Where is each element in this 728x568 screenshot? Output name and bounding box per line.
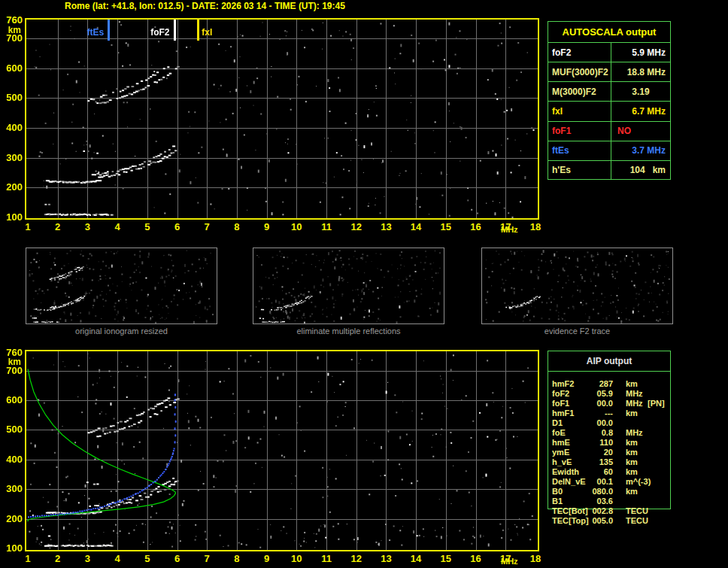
aip-row-value: 05.9 [569, 389, 613, 399]
row-label: fxI [548, 102, 611, 120]
x-tick-label: 3 [79, 221, 96, 232]
aip-row-value: 005.0 [569, 516, 613, 526]
y-tick-label: 500 [0, 93, 23, 103]
autoscala-row: foF1NO [548, 121, 670, 141]
aip-row: foF205.9MHz [548, 389, 670, 399]
row-value: 3.19 [611, 82, 670, 101]
aip-row: DelN_vE00.1m^(-3) [548, 477, 670, 487]
x-tick-label: 15 [438, 553, 454, 564]
x-tick-label: 15 [438, 221, 454, 232]
aip-row: B0080.0km [548, 487, 670, 497]
autoscala-table-header: AUTOSCALA output [548, 22, 670, 43]
x-tick-label: 9 [259, 221, 275, 232]
panel-original-canvas [26, 248, 217, 323]
aip-row-value: 00.0 [569, 418, 613, 428]
y-tick-label: 500 [0, 424, 23, 435]
x-tick-label: 18 [527, 553, 544, 564]
aip-row-value: --- [569, 409, 613, 418]
row-label: M(3000)F2 [548, 82, 611, 101]
row-value: NO [611, 122, 670, 141]
aip-row: B103.6 [548, 497, 670, 506]
x-tick-label: 4 [109, 553, 126, 564]
x-tick-label: 4 [109, 221, 126, 232]
aip-row-unit: MHz [626, 428, 643, 438]
aip-row: Ewidth60km [548, 467, 670, 477]
x-tick-label: 10 [288, 553, 305, 564]
row-label: MUF(3000)F2 [548, 62, 611, 81]
y-tick-label: 200 [0, 514, 23, 524]
marker-line-foF2 [174, 20, 176, 41]
autoscala-row: foF25.9 MHz [548, 43, 670, 62]
aip-row: ymE20km [548, 448, 670, 457]
x-tick-label: 12 [348, 221, 365, 232]
panel-eliminate-canvas [253, 248, 444, 323]
aip-row-unit: TECU [626, 506, 648, 516]
row-label: ftEs [548, 141, 611, 160]
aip-row: foF100.0MHz[PN] [548, 399, 670, 409]
aip-row-unit: m^(-3) [626, 477, 651, 487]
ionogram-bottom-plot [25, 350, 539, 551]
panel-original-ionogram [26, 248, 217, 324]
aip-row-unit: km [626, 438, 638, 448]
row-value: 104 km [611, 161, 670, 180]
aip-row-unit: MHz [626, 389, 643, 399]
aip-row-value: 002.8 [569, 506, 613, 516]
y-tick-label: 400 [0, 454, 23, 465]
x-tick-label: 16 [468, 553, 484, 564]
aip-table: AIP output hmF2287kmfoF205.9MHzfoF100.0M… [548, 351, 671, 509]
autoscala-table-rows: foF25.9 MHzMUF(3000)F218.8 MHzM(3000)F23… [548, 43, 670, 180]
y-tick-label: 600 [0, 395, 23, 405]
autoscala-row: MUF(3000)F218.8 MHz [548, 62, 670, 81]
x-tick-label: 16 [468, 221, 484, 232]
autoscala-row: h'Es104 km [548, 160, 670, 180]
marker-line-fxI [197, 20, 199, 41]
x-tick-label: 7 [199, 221, 215, 232]
aip-row: TEC[Bot]002.8TECU [548, 506, 670, 516]
aip-row-value: 00.1 [569, 477, 613, 487]
aip-row-unit: km [626, 448, 638, 457]
panel-caption: evidence F2 trace [481, 327, 673, 336]
x-tick-label: 6 [169, 221, 186, 232]
aip-row: hmF2287km [548, 379, 670, 389]
x-tick-label: 2 [50, 553, 66, 564]
aip-row: hmE110km [548, 438, 670, 448]
y-tick-label: 760 [0, 15, 23, 26]
aip-table-header: AIP output [548, 351, 670, 372]
x-tick-label: 10 [288, 221, 305, 232]
aip-row-unit: km [626, 467, 638, 477]
x-tick-label: 2 [50, 221, 66, 232]
x-tick-label: 11 [318, 221, 335, 232]
aip-row-value: 00.0 [569, 399, 613, 409]
marker-label-foF2: foF2 [143, 27, 170, 38]
y-tick-label: 300 [0, 484, 23, 494]
panel-caption: original ionogram resized [26, 327, 217, 336]
row-value: 6.7 MHz [611, 102, 670, 120]
autoscala-table: AUTOSCALA output foF25.9 MHzMUF(3000)F21… [548, 21, 671, 180]
aip-row-label: hmE [552, 438, 570, 448]
x-tick-label: 14 [408, 221, 424, 232]
y-tick-label: 100 [0, 543, 23, 554]
x-axis-unit-label: MHz [501, 225, 518, 234]
aip-row-value: 0.8 [569, 428, 613, 438]
marker-label-fxI: fxI [202, 27, 212, 38]
aip-row-label: ymE [552, 448, 569, 457]
autoscala-row: M(3000)F23.19 [548, 81, 670, 101]
y-tick-label: 400 [0, 123, 23, 133]
autoscala-row: ftEs3.7 MHz [548, 141, 670, 160]
x-tick-label: 1 [20, 553, 36, 564]
x-tick-label: 7 [199, 553, 215, 564]
panel-caption: eliminate multiple reflections [253, 327, 444, 336]
row-value: 5.9 MHz [611, 43, 670, 62]
aip-row: D100.0 [548, 418, 670, 428]
y-axis-unit-label: km [0, 357, 21, 367]
y-tick-label: 300 [0, 153, 23, 163]
ionogram-bottom-canvas [26, 351, 538, 550]
autoscala-row: fxI6.7 MHz [548, 101, 670, 120]
page-title: Rome (lat: +41.8, lon: 012.5) - DATE: 20… [65, 1, 345, 11]
panel-evidence-f2 [481, 248, 673, 324]
x-tick-label: 14 [408, 553, 424, 564]
aip-row-unit: TECU [626, 516, 648, 526]
aip-row: h_vE135km [548, 457, 670, 467]
x-tick-label: 6 [169, 553, 186, 564]
aip-row-value: 03.6 [569, 497, 613, 506]
